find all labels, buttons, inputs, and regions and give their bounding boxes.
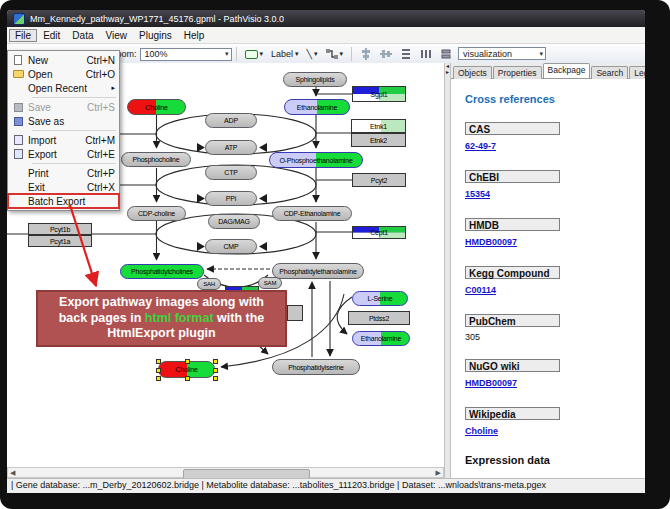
xref-link-62-49-7[interactable]: 62-49-7 bbox=[465, 141, 496, 151]
menu-item-exit[interactable]: ExitCtrl+X bbox=[8, 180, 119, 194]
menu-item-print[interactable]: PrintCtrl+P bbox=[8, 166, 119, 180]
title-bar[interactable]: Mm_Kennedy_pathway_WP1771_45176.gpml - P… bbox=[7, 10, 645, 27]
align-center-x-icon bbox=[360, 48, 372, 60]
xref-link-15354[interactable]: 15354 bbox=[465, 189, 490, 199]
pathway-node-o-phosphoethanolamine[interactable]: O-Phosphoethanolamine bbox=[269, 152, 363, 168]
selection-handle[interactable] bbox=[213, 368, 218, 373]
selection-handle[interactable] bbox=[185, 359, 190, 364]
stack-vertical-button[interactable] bbox=[436, 45, 456, 63]
xref-link-hmdb00097[interactable]: HMDB00097 bbox=[465, 378, 517, 388]
pathway-node-cdp-ethanolamine[interactable]: CDP-Ethanolamine bbox=[272, 206, 352, 221]
pathway-node-atp[interactable]: ATP bbox=[205, 140, 257, 155]
pathway-node-etnk1[interactable]: Etnk1 bbox=[351, 119, 406, 133]
menubar-item-help[interactable]: Help bbox=[178, 29, 211, 42]
connector-tool-dropdown[interactable]: ▾ bbox=[322, 45, 348, 63]
pathway-node-ppi[interactable]: PPi bbox=[205, 191, 257, 206]
selection-handle[interactable] bbox=[185, 376, 190, 381]
selection-handle[interactable] bbox=[213, 359, 218, 364]
tab-search[interactable]: Search bbox=[591, 66, 628, 79]
selection-handle[interactable] bbox=[156, 359, 161, 364]
distribute-horizontal-button[interactable] bbox=[416, 45, 436, 63]
tab-properties[interactable]: Properties bbox=[493, 66, 542, 79]
pathway-node-phosphatidylserine[interactable]: Phosphatidylserine bbox=[272, 359, 360, 375]
pathway-node-phosphatidylethanolamine[interactable]: Phosphatidylethanolamine bbox=[272, 263, 364, 279]
menu-item-label: Exit bbox=[28, 182, 45, 193]
pathway-node-ptdss2[interactable]: Ptdss2 bbox=[348, 311, 410, 325]
menu-item-shortcut: Ctrl+X bbox=[81, 182, 115, 193]
distribute-horizontal-icon bbox=[420, 48, 432, 60]
tab-objects[interactable]: Objects bbox=[453, 66, 492, 79]
pathway-node-sgpl1[interactable]: Sgpl1 bbox=[352, 86, 406, 102]
pathway-node-phosphocholine[interactable]: Phosphocholine bbox=[121, 152, 191, 167]
open-folder-icon bbox=[13, 70, 24, 78]
menu-separator bbox=[32, 130, 116, 131]
distribute-vertical-button[interactable] bbox=[396, 45, 416, 63]
menu-item-open[interactable]: OpenCtrl+O bbox=[8, 67, 119, 81]
datanode-tool-dropdown[interactable]: ▾ bbox=[241, 45, 268, 63]
import-icon bbox=[14, 135, 23, 145]
xref-link-c00114[interactable]: C00114 bbox=[465, 285, 496, 295]
menubar-item-data[interactable]: Data bbox=[66, 29, 99, 42]
menu-item-save-as[interactable]: Save as bbox=[8, 114, 119, 128]
pathway-node-pcyt1b[interactable]: Pcyt1b bbox=[28, 223, 92, 235]
chevron-down-icon: ▾ bbox=[260, 50, 264, 58]
label-tool-dropdown[interactable]: Label ▾ bbox=[267, 45, 303, 63]
menubar-item-file[interactable]: File bbox=[9, 29, 37, 42]
cross-references-list: CAS62-49-7ChEBI15354HMDBHMDB00097Kegg Co… bbox=[465, 122, 637, 438]
menu-item-open-recent[interactable]: Open Recent▸ bbox=[8, 81, 119, 95]
menubar-item-edit[interactable]: Edit bbox=[37, 29, 66, 42]
tab-legend[interactable]: Legend bbox=[629, 66, 645, 79]
xref-link-choline[interactable]: Choline bbox=[465, 426, 498, 436]
menu-separator bbox=[32, 163, 116, 164]
menu-item-export[interactable]: ExportCtrl+E bbox=[8, 147, 119, 161]
chevron-down-icon: ▾ bbox=[340, 50, 344, 58]
sidebar-tab-strip: ObjectsPropertiesBackpageSearchLegend bbox=[451, 63, 645, 79]
visualization-combobox[interactable]: visualization ▾ bbox=[458, 47, 546, 60]
selection-handle[interactable] bbox=[156, 368, 161, 373]
canvas-horizontal-scrollbar[interactable]: ◀ ▶ bbox=[7, 467, 444, 478]
menu-item-shortcut: Ctrl+E bbox=[81, 149, 115, 160]
pathway-node-unlabeled[interactable] bbox=[287, 305, 303, 321]
pathway-node-cdp-choline[interactable]: CDP-choline bbox=[127, 206, 186, 221]
menu-item-new[interactable]: NewCtrl+N bbox=[8, 53, 119, 67]
pathway-node-l-serine[interactable]: L-Serine bbox=[352, 291, 408, 306]
pathway-node-choline[interactable]: Choline bbox=[127, 99, 186, 115]
pathway-node-sphingolipids[interactable]: Sphingolipids bbox=[283, 72, 347, 87]
expression-data-heading: Expression data bbox=[465, 454, 637, 466]
pathway-node-cmp[interactable]: CMP bbox=[205, 239, 257, 254]
menu-item-batch-export[interactable]: Batch Export bbox=[8, 194, 119, 208]
pathway-node-ctp[interactable]: CTP bbox=[205, 165, 257, 180]
menu-item-import[interactable]: ImportCtrl+M bbox=[8, 133, 119, 147]
pathway-node-etnk2[interactable]: Etnk2 bbox=[351, 133, 406, 147]
menubar-item-view[interactable]: View bbox=[99, 29, 133, 42]
pathway-node-sah[interactable]: SAH bbox=[197, 278, 221, 290]
pathway-node-ethanolamine[interactable]: Ethanolamine bbox=[352, 331, 410, 346]
line-tool-dropdown[interactable]: ╲ ▾ bbox=[303, 45, 322, 63]
menu-item-shortcut: Ctrl+P bbox=[81, 168, 115, 179]
xref-link-hmdb00097[interactable]: HMDB00097 bbox=[465, 237, 517, 247]
pathway-node-cept1[interactable]: Cept1 bbox=[352, 226, 406, 239]
menubar-item-plugins[interactable]: Plugins bbox=[133, 29, 178, 42]
backpage-section-chebi: ChEBI15354 bbox=[465, 170, 637, 201]
pathway-node-adp[interactable]: ADP bbox=[205, 113, 257, 128]
pathway-node-choline[interactable]: Choline bbox=[158, 361, 215, 378]
new-file-icon bbox=[14, 55, 22, 65]
zoom-combobox[interactable]: 100% ▾ bbox=[140, 48, 232, 61]
tab-backpage[interactable]: Backpage bbox=[543, 63, 591, 78]
pathway-node-phosphatidylcholines[interactable]: Phosphatidylcholines bbox=[120, 264, 204, 279]
pathway-node-dag-mag[interactable]: DAG/MAG bbox=[208, 214, 260, 229]
pathway-node-pcyt1a[interactable]: Pcyt1a bbox=[28, 235, 92, 247]
collapse-right-icon[interactable]: ▸ bbox=[445, 69, 450, 75]
menu-item-shortcut: Ctrl+M bbox=[79, 135, 115, 146]
scroll-left-icon[interactable]: ◀ bbox=[8, 469, 17, 477]
menu-item-save[interactable]: SaveCtrl+S bbox=[8, 100, 119, 114]
align-center-y-button[interactable] bbox=[376, 45, 396, 63]
pathway-node-ethanolamine[interactable]: Ethanolamine bbox=[284, 99, 350, 115]
scroll-right-icon[interactable]: ▶ bbox=[434, 469, 443, 477]
save-icon bbox=[14, 103, 23, 112]
selection-handle[interactable] bbox=[213, 376, 218, 381]
selection-handle[interactable] bbox=[156, 376, 161, 381]
align-center-x-button[interactable] bbox=[356, 45, 376, 63]
pathway-node-pcyt2[interactable]: Pcyt2 bbox=[352, 173, 406, 187]
canvas-sidebar-splitter[interactable]: ◂ ▸ bbox=[444, 63, 451, 478]
